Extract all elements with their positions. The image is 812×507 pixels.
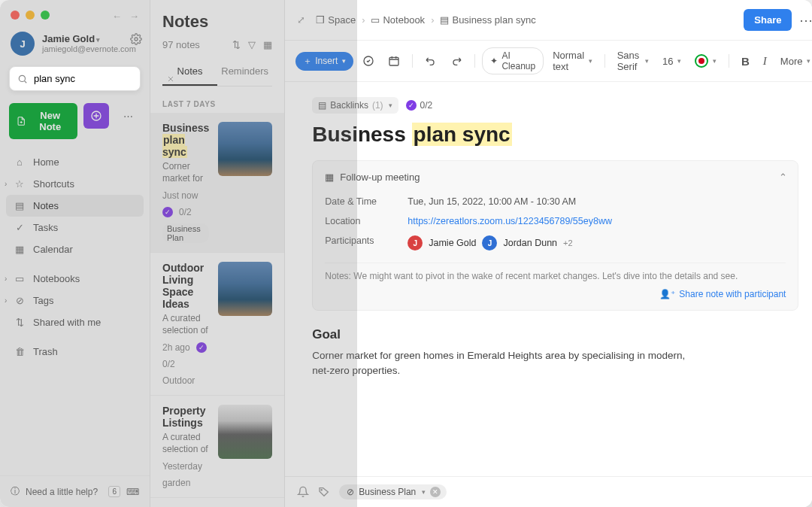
link-icon: ▤ — [318, 100, 326, 111]
help-footer[interactable]: ⓘ Need a little help? 6 ⌨ — [0, 475, 150, 507]
share-with-participant-link[interactable]: 👤⁺Share note with participant — [659, 289, 786, 299]
bold-button[interactable]: B — [737, 52, 754, 71]
sidebar: ← → J Jamie Gold▾ jamiegold@evernote.com — [0, 0, 150, 507]
nav-tasks[interactable]: ✓Tasks — [6, 217, 144, 238]
crumb-space[interactable]: ❒Space — [316, 14, 356, 26]
nav-list: ⌂Home ›☆Shortcuts ▤Notes ✓Tasks ▦Calenda… — [0, 147, 150, 367]
label-participants: Participants — [325, 235, 392, 250]
svg-rect-4 — [389, 57, 398, 65]
note-snippet: Corner market for green homes in Emerald… — [162, 160, 209, 184]
goal-text[interactable]: Corner market for green homes in Emerald… — [312, 348, 703, 379]
clear-search-icon[interactable] — [166, 74, 175, 83]
chevron-right-icon[interactable]: › — [5, 180, 7, 188]
nav-shortcuts[interactable]: ›☆Shortcuts — [6, 173, 144, 195]
redo-icon[interactable] — [446, 52, 467, 70]
more-menu-icon[interactable]: ⋯ — [799, 12, 812, 29]
note-icon: ▤ — [440, 14, 449, 26]
expand-icon[interactable]: ⤢ — [297, 14, 305, 26]
task-summary[interactable]: ✓0/2 — [406, 100, 433, 111]
tab-reminders[interactable]: Reminders — [217, 58, 272, 86]
note-icon: ▤ — [14, 200, 26, 211]
nav-trash[interactable]: 🗑Trash — [6, 341, 144, 363]
keyboard-icon[interactable]: ⌨ — [126, 487, 139, 497]
backlinks-button[interactable]: ▤Backlinks (1)▾ — [312, 97, 398, 114]
editor-body[interactable]: ▤Backlinks (1)▾ ✓0/2 Business plan sync … — [285, 82, 812, 507]
note-card[interactable]: Outdoor Living Space Ideas A curated sel… — [150, 253, 284, 396]
font-select[interactable]: Sans Serif▾ — [613, 47, 653, 75]
star-icon: ☆ — [14, 178, 26, 190]
task-icon[interactable] — [358, 52, 379, 70]
ai-cleanup-button[interactable]: ✦AI Cleanup — [482, 47, 544, 74]
collapse-icon[interactable]: ⌃ — [779, 172, 787, 183]
nav-notes[interactable]: ▤Notes — [6, 195, 144, 217]
nav-notebooks[interactable]: ›▭Notebooks — [6, 268, 144, 290]
tag-chip[interactable]: ⊘Business Plan▾✕ — [339, 484, 447, 499]
task-progress-icon: ✓ — [196, 342, 207, 353]
crumb-note[interactable]: ▤Business plan sync — [440, 14, 535, 26]
note-thumbnail — [218, 122, 272, 176]
more-format-button[interactable]: More▾ — [776, 53, 812, 70]
text-color-select[interactable]: ▾ — [690, 51, 721, 71]
label-datetime: Date & Time — [325, 196, 392, 207]
italic-button[interactable]: I — [759, 52, 771, 71]
account-switcher[interactable]: J Jamie Gold▾ jamiegold@evernote.com — [0, 20, 150, 62]
note-card[interactable]: Property Listings A curated selection of… — [150, 396, 284, 498]
remove-tag-icon[interactable]: ✕ — [430, 487, 441, 497]
filter-icon[interactable]: ▽ — [248, 39, 256, 50]
editor-panel: ⤢ ❒Space › ▭Notebook › ▤Business plan sy… — [285, 0, 812, 507]
nav-calendar[interactable]: ▦Calendar — [6, 238, 144, 260]
text-style-select[interactable]: Normal text▾ — [548, 47, 597, 75]
document-title[interactable]: Business plan sync — [312, 123, 798, 147]
scratch-pad-button[interactable] — [83, 103, 109, 129]
goal-heading[interactable]: Goal — [312, 327, 798, 342]
search-field[interactable] — [9, 66, 141, 91]
check-circle-icon: ✓ — [14, 222, 26, 233]
nav-shared[interactable]: ⇅Shared with me — [6, 311, 144, 333]
nav-tags[interactable]: ›⊘Tags — [6, 290, 144, 311]
new-note-button[interactable]: New Note — [9, 103, 77, 139]
people-icon: ⇅ — [14, 317, 26, 328]
task-count: 0/2 — [162, 359, 175, 369]
maximize-window-icon[interactable] — [41, 11, 50, 20]
task-count: 0/2 — [179, 207, 192, 217]
editor-footer: ⊘Business Plan▾✕ — [285, 476, 812, 507]
sparkle-icon: ✦ — [490, 56, 498, 66]
participants-more[interactable]: +2 — [563, 238, 573, 247]
chevron-right-icon[interactable]: › — [5, 275, 7, 283]
notebook-chip[interactable]: Outdoor — [162, 375, 195, 386]
notebook-icon: ▭ — [371, 14, 380, 26]
meeting-link[interactable]: https://zereatlors.zoom.us/1223456789/55… — [408, 216, 612, 226]
view-icon[interactable]: ▦ — [263, 39, 272, 50]
sort-icon[interactable]: ⇅ — [232, 39, 241, 50]
avatar: J — [482, 235, 497, 250]
meeting-title: Follow-up meeting — [340, 172, 420, 183]
undo-icon[interactable] — [420, 52, 441, 70]
more-actions-button[interactable]: ⋯ — [115, 103, 141, 129]
tag-add-icon[interactable] — [318, 486, 330, 498]
editor-toolbar: ＋Insert▾ ✦AI Cleanup Normal text▾ Sans S… — [285, 41, 812, 82]
chevron-right-icon[interactable]: › — [5, 296, 7, 305]
settings-icon[interactable] — [130, 33, 142, 45]
calendar-icon[interactable] — [383, 52, 404, 70]
close-window-icon[interactable] — [11, 11, 20, 20]
value-datetime: Tue, Jun 15, 2022, 10:00 AM - 10:30 AM — [408, 196, 576, 207]
crumb-notebook[interactable]: ▭Notebook — [371, 14, 425, 26]
plus-icon: ＋ — [303, 55, 312, 68]
notebook-chip[interactable]: Business Plan — [162, 223, 209, 243]
search-icon — [17, 74, 28, 84]
notebook-chip[interactable]: garden — [162, 478, 190, 488]
minimize-window-icon[interactable] — [26, 11, 35, 20]
note-card[interactable]: Dog Sitting 👥 Food: Feed twice per day. … — [150, 498, 284, 507]
note-card[interactable]: Business plan sync Corner market for gre… — [150, 113, 284, 253]
nav-home[interactable]: ⌂Home — [6, 151, 144, 173]
avatar: J — [11, 32, 35, 56]
reminder-icon[interactable] — [297, 486, 309, 498]
label-location: Location — [325, 216, 392, 226]
svg-point-5 — [321, 490, 322, 490]
note-title: Business plan sync — [162, 122, 209, 158]
search-input[interactable] — [34, 73, 160, 84]
share-button[interactable]: Share — [744, 9, 792, 31]
note-snippet: A curated selection of available listing… — [162, 312, 209, 336]
font-size-select[interactable]: 16▾ — [658, 53, 686, 70]
insert-button[interactable]: ＋Insert▾ — [295, 52, 353, 71]
